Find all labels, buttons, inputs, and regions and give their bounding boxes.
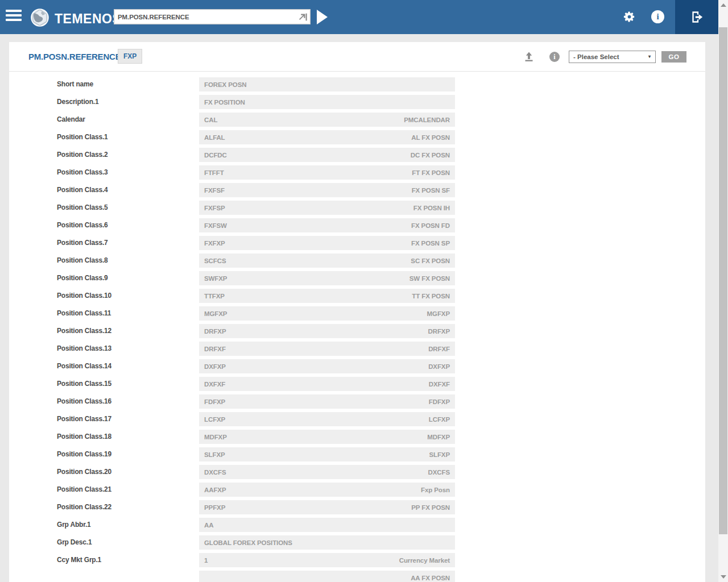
field-enriched-value: AA FX POSN [411, 575, 450, 581]
form-row: Position Class.15 DXFXF DXFXF [9, 377, 705, 391]
form-row: Position Class.14 DXFXP DXFXP [9, 359, 705, 373]
form-row: Description.1 FX POSITION [9, 95, 705, 109]
globe-icon [30, 7, 50, 30]
field-enriched-value: TT FX POSN [412, 293, 450, 300]
form-row: Position Class.13 DRFXF DRFXF [9, 342, 705, 356]
field-value-box: AA FX POSN [199, 571, 455, 582]
info-icon[interactable]: i [651, 10, 664, 23]
field-value-box: DXFXF DXFXF [199, 377, 455, 391]
field-enriched-value: DXFXP [428, 363, 450, 370]
field-value-box: AA [199, 518, 455, 532]
field-enriched-value: FX POSN SF [412, 187, 450, 194]
form-row: Grp Abbr.1 AA [9, 518, 705, 532]
field-value-box: FX POSITION [199, 95, 455, 109]
field-label: Position Class.20 [57, 468, 111, 476]
field-value: SLFXP [204, 451, 225, 458]
field-value-box: TTFXP TT FX POSN [199, 289, 455, 303]
form-row: Position Class.5 FXFSP FX POSN IH [9, 201, 705, 215]
scroll-down-arrow-icon[interactable] [721, 575, 726, 579]
field-label: Position Class.1 [57, 133, 108, 141]
command-line-input[interactable] [118, 10, 294, 24]
brand-text: TEMENOS [55, 11, 121, 27]
field-enriched-value: DRFXP [428, 328, 450, 335]
field-value-box: FXFSF FX POSN SF [199, 183, 455, 197]
form-row: Position Class.10 TTFXP TT FX POSN [9, 289, 705, 303]
form-row: Position Class.1 ALFAL AL FX POSN [9, 130, 705, 144]
scrollbar-thumb[interactable] [719, 27, 727, 534]
field-value-box: DCFDC DC FX POSN [199, 148, 455, 162]
field-value-box: DXFXP DXFXP [199, 359, 455, 373]
form-row: AA FX POSN [9, 571, 705, 582]
field-label: Calendar [57, 115, 85, 123]
field-value: FXFSW [204, 222, 227, 229]
record-id-badge[interactable]: FXP [118, 49, 142, 64]
run-command-icon[interactable] [298, 12, 308, 22]
field-enriched-value: FX POSN IH [413, 205, 450, 211]
field-label: Position Class.21 [57, 485, 111, 493]
sign-out-button[interactable] [675, 0, 718, 34]
field-label: Position Class.2 [57, 151, 108, 159]
field-value-box: PPFXP PP FX POSN [199, 500, 455, 514]
field-value: DRFXP [204, 328, 226, 335]
form-row: Position Class.8 SCFCS SC FX POSN [9, 253, 705, 268]
command-line-wrapper [114, 9, 311, 24]
page-title: PM.POSN.REFERENCE [28, 52, 121, 61]
field-enriched-value: AL FX POSN [411, 134, 450, 141]
form-row: Position Class.2 DCFDC DC FX POSN [9, 148, 705, 162]
vertical-scrollbar[interactable] [718, 0, 728, 582]
field-enriched-value: FX POSN FD [411, 222, 450, 229]
field-value: DXFXP [204, 363, 226, 370]
field-value: SCFCS [204, 257, 226, 264]
field-value: LCFXP [204, 416, 225, 423]
action-select-dropdown[interactable]: - Please Select ▾ [569, 51, 656, 63]
form-row: Position Class.12 DRFXP DRFXP [9, 324, 705, 338]
field-enriched-value: FDFXP [429, 398, 450, 405]
field-label: Position Class.15 [57, 380, 111, 388]
sign-out-icon [690, 10, 705, 24]
form-row: Position Class.21 AAFXP Fxp Posn [9, 483, 705, 497]
field-label: Position Class.5 [57, 203, 108, 211]
field-value: 1 [204, 557, 208, 564]
field-enriched-value: SW FX POSN [410, 275, 450, 282]
upload-icon[interactable] [523, 51, 535, 63]
form-rows: Short name FOREX POSN Description.1 FX P… [9, 72, 705, 582]
field-label: Position Class.6 [57, 221, 108, 229]
field-label: Grp Abbr.1 [57, 521, 91, 529]
field-label: Position Class.17 [57, 415, 111, 423]
field-enriched-value: SC FX POSN [411, 257, 450, 264]
top-navigation-bar: TEMENOS i [0, 0, 718, 34]
field-enriched-value: DXFXF [429, 381, 450, 388]
field-enriched-value: PMCALENDAR [404, 117, 450, 123]
field-value-box: SLFXP SLFXP [199, 447, 455, 462]
field-value: MDFXP [204, 434, 227, 440]
field-label: Position Class.9 [57, 274, 108, 282]
field-label: Position Class.7 [57, 239, 108, 247]
field-value: SWFXP [204, 275, 227, 282]
form-row: Position Class.9 SWFXP SW FX POSN [9, 271, 705, 285]
field-value: CAL [204, 117, 217, 123]
hamburger-menu-icon[interactable] [6, 10, 22, 24]
field-label: Position Class.12 [57, 327, 111, 335]
field-value: FX POSITION [204, 99, 245, 106]
form-row: Position Class.17 LCFXP LCFXP [9, 412, 705, 426]
form-row: Position Class.16 FDFXP FDFXP [9, 394, 705, 409]
field-enriched-value: MDFXP [427, 434, 450, 440]
header-info-icon[interactable]: i [549, 52, 560, 62]
field-enriched-value: DC FX POSN [411, 152, 450, 159]
field-value-box: DRFXP DRFXP [199, 324, 455, 338]
field-value: DRFXF [204, 346, 226, 352]
go-button[interactable]: GO [661, 51, 686, 63]
settings-gear-icon[interactable] [623, 10, 636, 23]
field-label: Position Class.8 [57, 256, 108, 264]
field-value-box: LCFXP LCFXP [199, 412, 455, 426]
form-row: Grp Desc.1 GLOBAL FOREX POSITIONS [9, 535, 705, 550]
expand-play-icon[interactable] [317, 10, 328, 24]
form-row: Position Class.3 FTFFT FT FX POSN [9, 165, 705, 180]
scroll-up-arrow-icon[interactable] [721, 3, 726, 7]
field-label: Position Class.19 [57, 450, 111, 458]
field-value-box: FDFXP FDFXP [199, 394, 455, 409]
field-label: Short name [57, 80, 93, 88]
chevron-down-icon: ▾ [648, 51, 651, 63]
field-label: Position Class.22 [57, 503, 111, 511]
form-row: Short name FOREX POSN [9, 77, 705, 92]
